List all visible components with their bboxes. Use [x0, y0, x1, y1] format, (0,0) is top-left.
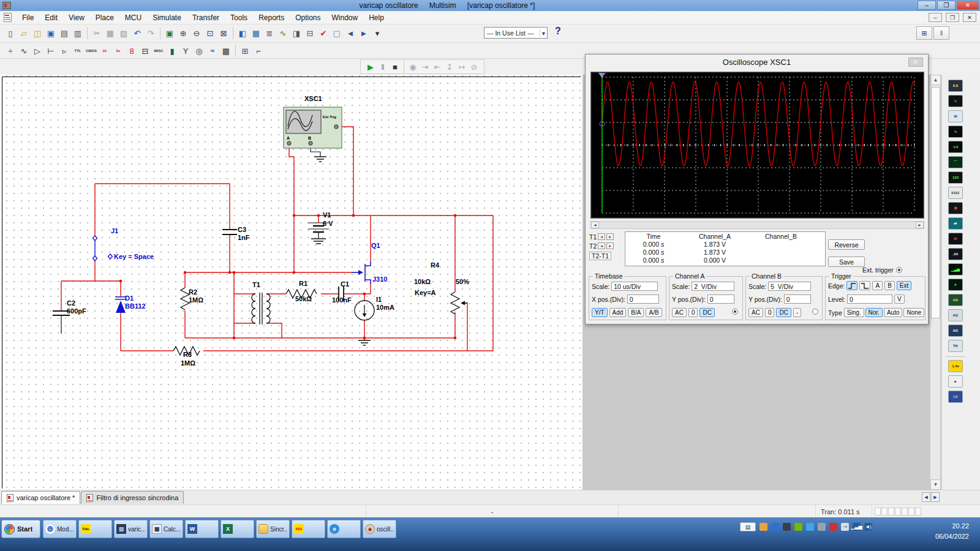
- zoom-in-icon[interactable]: ⊕: [176, 26, 190, 40]
- channel-b-coupling-dc-button[interactable]: DC: [776, 308, 791, 317]
- channel-a-coupling-0-button[interactable]: 0: [688, 308, 698, 317]
- child-restore-button[interactable]: ❐: [946, 13, 959, 22]
- place-indicator-icon[interactable]: 8: [125, 44, 138, 58]
- pause-at-next-instruction-icon[interactable]: ◉: [407, 61, 419, 73]
- taskbar-app-excel[interactable]: [221, 520, 254, 538]
- step-over-icon[interactable]: ⇤: [431, 61, 443, 73]
- usb-tray-icon[interactable]: ⊸: [841, 523, 849, 531]
- run-to-cursor-icon[interactable]: ↦: [456, 61, 468, 73]
- grapher-icon[interactable]: ∿: [276, 26, 290, 40]
- place-power-icon[interactable]: ⊟: [138, 44, 152, 58]
- place-electromechanical-icon[interactable]: ◎: [192, 44, 206, 58]
- scroll-up-icon[interactable]: ▲: [930, 75, 941, 85]
- taskbar-app-internet-explorer[interactable]: [327, 520, 361, 538]
- place-mcu-icon[interactable]: ▦: [219, 44, 233, 58]
- dark-app-tray-icon[interactable]: [783, 523, 791, 531]
- timebase-mode-ba-button[interactable]: B/A: [628, 308, 644, 317]
- scrollbar-thumb[interactable]: [931, 87, 940, 318]
- document-tab[interactable]: Filtro di ingresso sincrodina: [81, 491, 184, 504]
- pause-simulation-toggle-icon[interactable]: ‖: [933, 26, 949, 40]
- capture-region-icon[interactable]: ▢: [330, 26, 344, 40]
- channel-b-scale-input[interactable]: [768, 282, 811, 291]
- t1-right-button[interactable]: ►: [606, 233, 614, 240]
- copy-icon[interactable]: ▦: [104, 26, 117, 40]
- tektronix-oscilloscope-icon[interactable]: TK: [948, 340, 963, 352]
- bode-plotter-icon[interactable]: ⌒: [948, 156, 963, 168]
- wires-black[interactable]: [61, 146, 320, 334]
- word-generator-icon[interactable]: 0101: [948, 187, 963, 199]
- in-use-list-dropdown[interactable]: --- In Use List --- ▾: [484, 27, 548, 39]
- run-simulation-icon[interactable]: ▶: [364, 61, 377, 73]
- channel-a-coupling-ac-button[interactable]: AC: [672, 308, 687, 317]
- taskbar-app-fidocad[interactable]: [78, 520, 112, 538]
- redo-icon[interactable]: ↷: [144, 26, 157, 40]
- agilent-function-generator-icon[interactable]: AG: [948, 294, 963, 306]
- volume-tray-icon[interactable]: ◄): [864, 523, 872, 531]
- spectrum-analyzer-icon[interactable]: ▁▃▅: [948, 263, 963, 276]
- electrical-rules-check-icon[interactable]: ✔: [317, 26, 330, 40]
- place-diode-icon[interactable]: ▷: [31, 44, 44, 58]
- place-mixed-icon[interactable]: 0v: [111, 44, 125, 58]
- wattmeter-icon[interactable]: W: [948, 110, 963, 122]
- resistor-R1[interactable]: [286, 290, 317, 298]
- menu-help[interactable]: Help: [363, 12, 390, 24]
- trigger-source-a-button[interactable]: A: [872, 281, 883, 290]
- four-channel-oscilloscope-icon[interactable]: ∿4: [948, 141, 963, 153]
- hierarchical-block-icon[interactable]: ⊞: [238, 44, 252, 58]
- flag-tray-icon[interactable]: [771, 523, 779, 531]
- place-digital-icon[interactable]: 01: [98, 44, 111, 58]
- channel-b-coupling-ac-button[interactable]: AC: [748, 308, 763, 317]
- capacitor-C1[interactable]: [339, 287, 344, 301]
- menu-simulate[interactable]: Simulate: [147, 12, 187, 24]
- save-icon[interactable]: ▣: [44, 26, 58, 40]
- print-icon[interactable]: ▤: [58, 26, 71, 40]
- paste-icon[interactable]: ▨: [117, 26, 130, 40]
- zoom-out-icon[interactable]: ⊖: [190, 26, 203, 40]
- place-basic-icon[interactable]: ∿: [17, 44, 31, 58]
- multimeter-icon[interactable]: 8.8: [948, 80, 963, 92]
- taskbar-app-multisim[interactable]: varic...: [114, 520, 148, 538]
- open-icon[interactable]: ▱: [17, 26, 31, 40]
- t1-left-button[interactable]: ◄: [598, 233, 605, 240]
- bus-icon[interactable]: ⌐: [252, 44, 265, 58]
- wires-red[interactable]: [61, 127, 493, 351]
- new-icon[interactable]: ▯: [4, 26, 17, 40]
- minimize-button[interactable]: –: [918, 1, 936, 10]
- zoom-fit-icon[interactable]: ⊠: [217, 26, 230, 40]
- ext-trigger-radio[interactable]: [896, 267, 902, 273]
- timebase-scale-input[interactable]: [611, 282, 658, 291]
- place-transistor-icon[interactable]: ⊢: [44, 44, 58, 58]
- red-app-tray-icon[interactable]: [829, 523, 837, 531]
- place-analog-icon[interactable]: ▹: [58, 44, 71, 58]
- close-button[interactable]: ✕: [957, 1, 979, 10]
- print-preview-icon[interactable]: ▥: [71, 26, 85, 40]
- tab-scroll-left-icon[interactable]: ◄: [922, 492, 930, 502]
- clock-area[interactable]: 20.22 06/04/2022: [935, 521, 969, 541]
- oscilloscope-xsc1-instrument-icon[interactable]: [284, 107, 342, 148]
- undo-icon[interactable]: ↶: [130, 26, 144, 40]
- menu-window[interactable]: Window: [326, 12, 364, 24]
- gray-app-tray-icon[interactable]: [818, 523, 826, 531]
- trigger-type-nor-button[interactable]: Nor.: [865, 308, 883, 317]
- taskbar-app-word[interactable]: [185, 520, 219, 538]
- start-button[interactable]: Start: [1, 520, 40, 538]
- labview-instrument-icon[interactable]: LV: [948, 391, 963, 403]
- timebase-mode-ab-button[interactable]: A/B: [646, 308, 662, 317]
- taskbar-app-folder[interactable]: Sincr...: [256, 520, 290, 538]
- spice-netlist-viewer-icon[interactable]: ≣: [263, 26, 276, 40]
- distortion-analyzer-icon[interactable]: .04: [948, 248, 963, 260]
- place-advanced-peripherals-icon[interactable]: ▮: [165, 44, 179, 58]
- channel-a-radio[interactable]: [732, 309, 738, 315]
- child-minimize-button[interactable]: –: [929, 13, 942, 22]
- trigger-type-none-button[interactable]: None: [903, 308, 924, 317]
- channel-b-radio[interactable]: [812, 309, 818, 315]
- scroll-right-icon[interactable]: ►: [916, 222, 924, 228]
- parent-sheet-icon[interactable]: ⊟: [303, 26, 317, 40]
- t2-left-button[interactable]: ◄: [598, 242, 605, 249]
- scroll-left-icon[interactable]: ◄: [591, 222, 599, 228]
- menu-view[interactable]: View: [63, 12, 90, 24]
- save-button[interactable]: Save: [828, 257, 865, 267]
- menu-reports[interactable]: Reports: [253, 12, 290, 24]
- timebase-mode-add-button[interactable]: Add: [609, 308, 627, 317]
- iv-analyzer-icon[interactable]: IV: [948, 233, 963, 245]
